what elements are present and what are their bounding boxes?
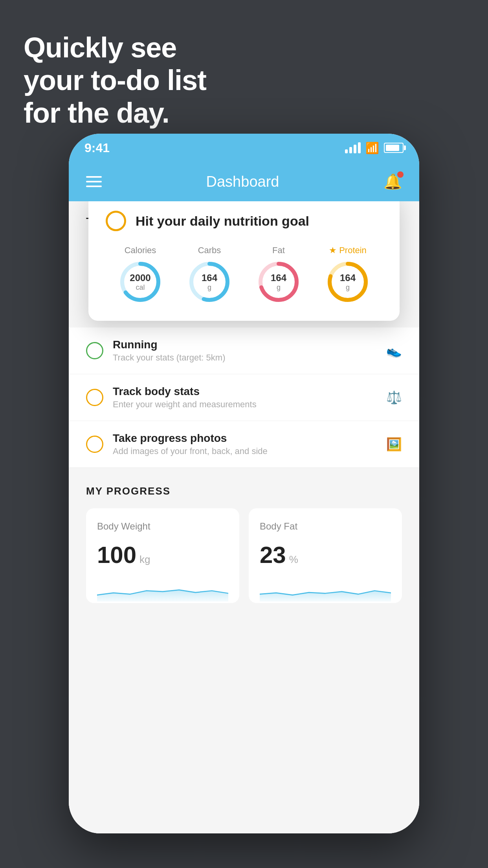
donut-value: 164 — [202, 272, 217, 283]
donut-protein: 164 g — [326, 260, 369, 303]
progress-section: MY PROGRESS Body Weight 100 kg Body Fat … — [69, 468, 419, 603]
app-content: THINGS TO DO TODAY Hit your daily nutrit… — [69, 201, 419, 833]
nutrition-card-title: Hit your daily nutrition goal — [136, 213, 309, 229]
donut-carbs: 164 g — [188, 260, 231, 303]
progress-value: 23 — [260, 541, 286, 568]
donut-unit: g — [271, 283, 286, 292]
hero-line2: your to-do list — [24, 64, 206, 97]
hero-text: Quickly see your to-do list for the day. — [24, 31, 206, 129]
progress-card-body-weight[interactable]: Body Weight 100 kg — [86, 508, 239, 603]
nutrition-label-fat: Fat — [272, 245, 285, 256]
progress-unit: % — [289, 554, 298, 566]
phone-frame: 9:41 📶 Dashboard 🔔 TH — [69, 134, 419, 833]
todo-circle — [86, 342, 103, 359]
nutrition-check-circle[interactable] — [106, 211, 126, 231]
todo-subtitle: Track your stats (target: 5km) — [113, 353, 377, 363]
donut-center: 164 g — [202, 272, 217, 292]
todo-text-group: Running Track your stats (target: 5km) — [113, 338, 377, 363]
progress-value: 100 — [97, 541, 136, 568]
todo-title: Running — [113, 338, 377, 351]
todo-subtitle: Enter your weight and measurements — [113, 399, 377, 410]
progress-value-row: 100 kg — [97, 541, 228, 568]
donut-unit: g — [202, 283, 217, 292]
progress-cards: Body Weight 100 kg Body Fat 23 % — [86, 508, 402, 603]
todo-text-group: Take progress photos Add images of your … — [113, 432, 377, 456]
notification-badge — [397, 171, 404, 178]
progress-card-body-fat[interactable]: Body Fat 23 % — [249, 508, 402, 603]
nutrition-row: Calories 2000 cal Carbs 164 g Fat 164 g … — [106, 245, 382, 303]
nutrition-card: Hit your daily nutrition goal Calories 2… — [88, 201, 400, 321]
hero-line3: for the day. — [24, 97, 206, 129]
nutrition-label-carbs: Carbs — [198, 245, 221, 256]
progress-label: MY PROGRESS — [86, 485, 402, 497]
donut-center: 164 g — [271, 272, 286, 292]
donut-center: 164 g — [340, 272, 356, 292]
progress-unit: kg — [139, 554, 150, 566]
todo-circle — [86, 389, 103, 406]
donut-value: 2000 — [130, 272, 150, 283]
battery-icon — [384, 143, 404, 153]
todo-action-icon: ⚖️ — [386, 390, 402, 405]
todo-item-running[interactable]: Running Track your stats (target: 5km) 👟 — [69, 327, 419, 374]
todo-action-icon: 🖼️ — [386, 437, 402, 452]
bell-icon[interactable]: 🔔 — [383, 173, 402, 190]
todo-text-group: Track body stats Enter your weight and m… — [113, 385, 377, 410]
todo-item-progress-photo[interactable]: Take progress photos Add images of your … — [69, 421, 419, 468]
donut-value: 164 — [271, 272, 286, 283]
nutrition-item-protein: ★Protein 164 g — [326, 245, 369, 303]
todo-circle — [86, 436, 103, 453]
progress-card-title: Body Fat — [260, 521, 391, 532]
nutrition-label-calories: Calories — [125, 245, 156, 256]
status-time: 9:41 — [84, 141, 110, 155]
todo-title: Track body stats — [113, 385, 377, 398]
todo-item-track-body[interactable]: Track body stats Enter your weight and m… — [69, 374, 419, 421]
todo-list: Running Track your stats (target: 5km) 👟… — [69, 327, 419, 468]
nutrition-item-carbs: Carbs 164 g — [188, 245, 231, 303]
donut-unit: g — [340, 283, 356, 292]
donut-unit: cal — [130, 283, 150, 292]
todo-title: Take progress photos — [113, 432, 377, 445]
hamburger-icon[interactable] — [86, 176, 102, 187]
app-header: Dashboard 🔔 — [69, 162, 419, 201]
header-title: Dashboard — [206, 173, 279, 190]
donut-fat: 164 g — [257, 260, 300, 303]
progress-value-row: 23 % — [260, 541, 391, 568]
status-bar: 9:41 📶 — [69, 134, 419, 162]
todo-subtitle: Add images of your front, back, and side — [113, 446, 377, 456]
nutrition-item-fat: Fat 164 g — [257, 245, 300, 303]
signal-icon — [345, 142, 361, 153]
sparkline-chart — [260, 578, 391, 601]
nutrition-label-protein: ★Protein — [329, 245, 367, 256]
donut-calories: 2000 cal — [119, 260, 162, 303]
progress-card-title: Body Weight — [97, 521, 228, 532]
status-icons: 📶 — [345, 142, 404, 154]
card-header: Hit your daily nutrition goal — [106, 211, 382, 231]
donut-value: 164 — [340, 272, 356, 283]
star-icon: ★ — [329, 245, 337, 256]
sparkline-chart — [97, 578, 228, 601]
todo-action-icon: 👟 — [386, 343, 402, 358]
wifi-icon: 📶 — [365, 142, 379, 154]
donut-center: 2000 cal — [130, 272, 150, 292]
nutrition-item-calories: Calories 2000 cal — [119, 245, 162, 303]
hero-line1: Quickly see — [24, 31, 206, 64]
